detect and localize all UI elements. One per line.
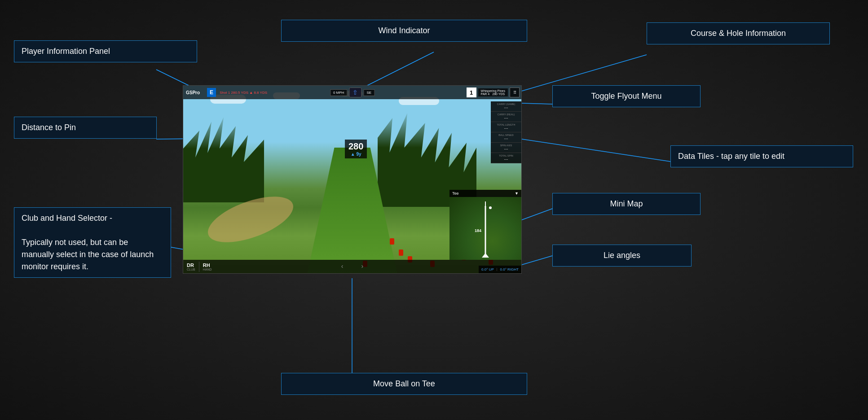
game-screen: 280 ▲ 9y GSPro E Shot 1 280.5 YDS ▲ 8.8 … [183, 85, 522, 274]
lie-angles-line [522, 256, 552, 265]
lie-right-value: 0.0° RIGHT [500, 267, 519, 271]
svg-marker-0 [482, 253, 489, 258]
course-hole-label: Course & Hole Information [647, 22, 830, 44]
course-yards: 280 YDS [492, 92, 505, 96]
move-ball-label: Move Ball on Tee [281, 373, 527, 395]
hole-number[interactable]: 1 [467, 88, 476, 97]
wind-speed-box: 0 MPH [330, 89, 347, 96]
data-tile-2[interactable]: TOTAL LENGTH --- [491, 122, 521, 132]
hand-value: RH [203, 262, 212, 268]
data-tile-0[interactable]: CARRY (game) --- [491, 101, 521, 112]
data-tile-1[interactable]: CARRY (real) --- [491, 112, 521, 122]
data-tiles-panel[interactable]: CARRY (game) --- CARRY (real) --- TOTAL … [491, 101, 521, 163]
shot-info: Shot 1 280.5 YDS ▲ 8.8 YDS [220, 91, 267, 95]
move-left-icon[interactable]: ‹ [341, 262, 344, 270]
wind-direction-box: SE [363, 89, 375, 96]
move-ball-arrows[interactable]: ‹ › [341, 262, 363, 270]
distance-badge[interactable]: 280 ▲ 9y [345, 140, 367, 158]
lie-up-value: 0.0° UP [481, 267, 494, 271]
game-title: GSPro [186, 90, 200, 95]
toggle-flyout-label: Toggle Flyout Menu [552, 85, 701, 107]
data-tiles-line [522, 139, 670, 162]
toggle-flyout-button[interactable]: ⠿ [510, 88, 520, 97]
player-info-label: Player Information Panel [14, 40, 197, 62]
club-hand-label: Club and Hand Selector - Typically not u… [14, 207, 171, 278]
wind-compass: ⇧ [349, 88, 361, 97]
mini-map-label: Mini Map [552, 193, 701, 215]
data-tile-4[interactable]: SPIN AXIS --- [491, 143, 521, 153]
wind-direction-value: SE [366, 91, 371, 95]
toggle-flyout-line [522, 103, 552, 104]
course-name: Whispering Pines [481, 89, 505, 92]
wind-indicator-label: Wind Indicator [281, 20, 527, 42]
distance-arrow: ▲ 9y [348, 152, 363, 157]
map-svg [449, 197, 521, 260]
toggle-icon: ⠿ [513, 90, 516, 95]
elevation-indicator[interactable]: E [207, 88, 216, 97]
tee-marker-2 [399, 249, 403, 256]
club-value: DR [187, 262, 195, 268]
wind-arrow-icon: ⇧ [352, 89, 358, 96]
club-label: CLUB [187, 268, 195, 271]
distance-value: 280 [348, 141, 363, 152]
mini-map-image: 184 [449, 197, 521, 260]
hud-bottom-bar: DR CLUB RH HAND ‹ › 0.0° UP | 0.0° RIGHT [183, 260, 521, 273]
tee-marker-1 [390, 238, 394, 245]
wind-indicator-hud[interactable]: 0 MPH ⇧ SE [330, 88, 375, 97]
move-right-icon[interactable]: › [361, 262, 364, 270]
hand-selector[interactable]: RH HAND [199, 262, 216, 272]
mini-map-header: Tee ▼ [449, 190, 521, 197]
data-tiles-label: Data Tiles - tap any tile to edit [670, 145, 853, 167]
mini-map-line [522, 209, 552, 220]
distance-pin-label: Distance to Pin [14, 117, 157, 139]
wind-speed-value: 0 MPH [333, 91, 344, 95]
tee-label: Tee [452, 191, 459, 196]
course-info-hud: 1 Whispering Pines PAR 4 280 YDS ⠿ [467, 88, 520, 97]
mini-map[interactable]: Tee ▼ 184 [449, 190, 521, 260]
tee-chevron: ▼ [515, 191, 519, 196]
lie-angles-label: Lie angles [552, 245, 692, 267]
lie-angles-display: 0.0° UP | 0.0° RIGHT [479, 266, 521, 273]
hand-label: HAND [203, 268, 212, 271]
course-name-box: Whispering Pines PAR 4 280 YDS [478, 88, 508, 96]
data-tile-5[interactable]: TOTAL SPIN --- [491, 153, 521, 163]
club-selector[interactable]: DR CLUB [183, 262, 199, 272]
data-tile-3[interactable]: BALL SPEED --- [491, 132, 521, 143]
course-par: PAR 4 [481, 92, 490, 96]
